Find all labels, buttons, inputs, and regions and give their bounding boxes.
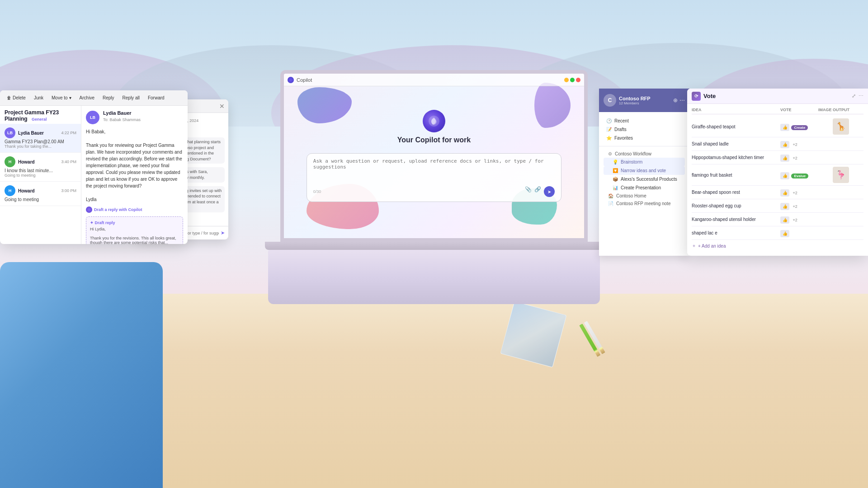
email-sender-name-2: Howard bbox=[18, 188, 58, 193]
team-avatar: C bbox=[604, 94, 616, 107]
item-vote-4[interactable]: 👍 +2 bbox=[780, 188, 816, 197]
junk-button[interactable]: Junk bbox=[31, 94, 47, 102]
vote-badge-0: Create bbox=[791, 125, 808, 130]
loop-more-btn[interactable]: ⋯ bbox=[859, 93, 863, 99]
email-detail-header: LB Lydia Bauer To: Babak Shammas bbox=[86, 110, 183, 125]
reply-all-button[interactable]: Reply all bbox=[119, 94, 143, 102]
favorites-icon: ⭐ bbox=[606, 136, 612, 141]
laptop-base bbox=[265, 242, 603, 250]
item-vote-1[interactable]: 👍 +2 bbox=[780, 140, 816, 148]
move-to-button[interactable]: Move to▾ bbox=[48, 94, 75, 102]
loop-item-0: Giraffe-shaped teapot 👍 Create 🦒 bbox=[692, 116, 863, 137]
draft-reply-label: Draft a reply with Copilot bbox=[94, 207, 142, 212]
email-detail: LB Lydia Bauer To: Babak Shammas Hi Baba… bbox=[81, 106, 188, 244]
link-icon[interactable]: 🔗 bbox=[534, 186, 541, 197]
delete-icon: 🗑 bbox=[7, 95, 11, 100]
send-button[interactable]: ➤ bbox=[544, 186, 555, 197]
ts-drafts-item[interactable]: 📝 Drafts bbox=[604, 125, 685, 134]
email-sender-row-1: H Howard 3:40 PM bbox=[5, 156, 76, 167]
item-vote-2[interactable]: 👍 +2 bbox=[780, 153, 816, 162]
vote-badge-3: Evalue bbox=[791, 174, 808, 178]
ts-workflow-channel[interactable]: ⚙ Contoso Workflow bbox=[604, 150, 685, 158]
vote-button-5[interactable]: 👍 bbox=[780, 203, 789, 210]
item-name-7: shaped lac e bbox=[692, 230, 778, 235]
vote-button-2[interactable]: 👍 bbox=[780, 155, 789, 162]
attach-icon[interactable]: 📎 bbox=[525, 186, 532, 197]
category-badge: General bbox=[32, 117, 47, 122]
email-preview-0: Thank you for taking the... bbox=[5, 144, 76, 149]
teams-close-button[interactable]: ✕ bbox=[219, 103, 225, 110]
item-vote-3[interactable]: 👍 Evalue bbox=[780, 171, 816, 179]
ts-contoso-home-channel[interactable]: 🏠 Contoso Home bbox=[604, 192, 685, 200]
item-name-2: Hippopotamus-shaped kitchen timer bbox=[692, 155, 778, 160]
favorites-label: Favorites bbox=[614, 136, 633, 141]
recent-label: Recent bbox=[614, 118, 629, 123]
vote-button-1[interactable]: 👍 bbox=[780, 141, 789, 148]
email-time-1: 3:40 PM bbox=[61, 160, 76, 164]
item-name-4: Bear-shaped spoon rest bbox=[692, 190, 778, 195]
ts-channels-section: ⚙ Contoso Workflow 💡 Brainstorm 🔽 Narrow… bbox=[599, 148, 689, 209]
ts-narrow-ideas-item[interactable]: 🔽 Narrow ideas and vote bbox=[604, 166, 685, 175]
copilot-logo bbox=[423, 110, 445, 132]
drafts-icon: 📝 bbox=[606, 127, 612, 132]
item-name-6: Kangaroo-shaped utensil holder bbox=[692, 217, 778, 222]
copilot-input-actions: 📎 🔗 ➤ bbox=[525, 186, 555, 197]
vote-button-0[interactable]: 👍 bbox=[780, 124, 789, 131]
add-idea-label: + Add an idea bbox=[698, 244, 726, 249]
ts-create-presentation-item[interactable]: 📊 Create Presentation bbox=[604, 183, 685, 192]
forward-button[interactable]: Forward bbox=[145, 94, 168, 102]
loop-header-actions: ⤢ ⋯ bbox=[852, 93, 863, 99]
email-sender-name-0: Lydia Bauer bbox=[18, 131, 58, 136]
email-item-2[interactable]: H Howard 3:00 PM Going to meeting bbox=[0, 182, 81, 206]
item-vote-7[interactable]: 👍 bbox=[780, 229, 816, 237]
input-char-count: 0/30 bbox=[313, 189, 321, 194]
email-item-0[interactable]: LB Lydia Bauer 4:22 PM Gamma FY23 Plan@2… bbox=[0, 124, 81, 153]
ts-rfp-note-channel[interactable]: 📄 Contoso RFP meeting note bbox=[604, 200, 685, 207]
email-time-2: 3:00 PM bbox=[61, 188, 76, 193]
item-vote-0[interactable]: 👍 Create bbox=[780, 122, 816, 131]
copilot-app[interactable]: Copilot Your Copilot for work bbox=[284, 74, 584, 238]
ts-recent-item[interactable]: 🕐 Recent bbox=[604, 117, 685, 125]
vote-button-7[interactable]: 👍 bbox=[780, 230, 789, 237]
delete-button[interactable]: 🗑 Delete bbox=[4, 94, 29, 102]
copilot-input-area[interactable]: 0/30 📎 🔗 ➤ bbox=[307, 153, 561, 202]
ts-favorites-item[interactable]: ⭐ Favorites bbox=[604, 134, 685, 142]
item-vote-5[interactable]: 👍 +2 bbox=[780, 202, 816, 210]
create-presentation-label: Create Presentation bbox=[621, 185, 661, 190]
drafts-label: Drafts bbox=[614, 127, 627, 132]
ts-brainstorm-item[interactable]: 💡 Brainstorm bbox=[604, 158, 685, 166]
add-idea-button[interactable]: ＋ + Add an idea bbox=[692, 240, 726, 252]
ts-alexs-products-item[interactable]: 📦 Alexs's Successful Products bbox=[604, 175, 685, 183]
loop-item-3: flamingo fruit basket 👍 Evalue 🦩 bbox=[692, 164, 863, 186]
email-item-1[interactable]: H Howard 3:40 PM I know this last minute… bbox=[0, 153, 81, 182]
item-name-3: flamingo fruit basket bbox=[692, 173, 778, 178]
send-icon[interactable]: ➤ bbox=[221, 230, 225, 236]
vote-count-5: +2 bbox=[793, 204, 797, 209]
vote-button-4[interactable]: 👍 bbox=[780, 189, 789, 197]
vote-count-2: +2 bbox=[793, 156, 797, 160]
copilot-input-footer: 0/30 📎 🔗 ➤ bbox=[313, 186, 555, 197]
loop-icon: ⟳ bbox=[692, 92, 701, 101]
minimize-button[interactable] bbox=[564, 78, 569, 82]
email-sender-name-1: Howard bbox=[18, 160, 58, 164]
close-button[interactable] bbox=[576, 78, 580, 82]
maximize-button[interactable] bbox=[570, 78, 575, 82]
recent-icon: 🕐 bbox=[606, 118, 612, 123]
copilot-query-input[interactable] bbox=[313, 158, 555, 181]
outlook-content: Project Gamma FY23 Planning General LB L… bbox=[0, 106, 188, 244]
vote-button-3[interactable]: 👍 bbox=[780, 172, 789, 179]
item-vote-6[interactable]: 👍 +2 bbox=[780, 215, 816, 224]
copilot-titlebar-label: Copilot bbox=[297, 77, 312, 83]
archive-button[interactable]: Archive bbox=[76, 94, 98, 102]
loop-expand-btn[interactable]: ⤢ bbox=[852, 93, 856, 99]
window-controls[interactable] bbox=[564, 78, 580, 82]
reply-button[interactable]: Reply bbox=[99, 94, 118, 102]
more-icon[interactable]: ⋯ bbox=[679, 97, 685, 103]
expand-icon[interactable]: ⊕ bbox=[673, 97, 678, 103]
item-name-5: Rooster-shaped egg cup bbox=[692, 203, 778, 208]
workflow-label: Contoso Workflow bbox=[615, 151, 651, 156]
vote-button-6[interactable]: 👍 bbox=[780, 216, 789, 224]
copilot-draft-trigger[interactable]: Draft a reply with Copilot bbox=[86, 206, 183, 213]
item-image-0: 🦒 bbox=[818, 118, 863, 135]
vote-count-6: +2 bbox=[793, 218, 797, 222]
